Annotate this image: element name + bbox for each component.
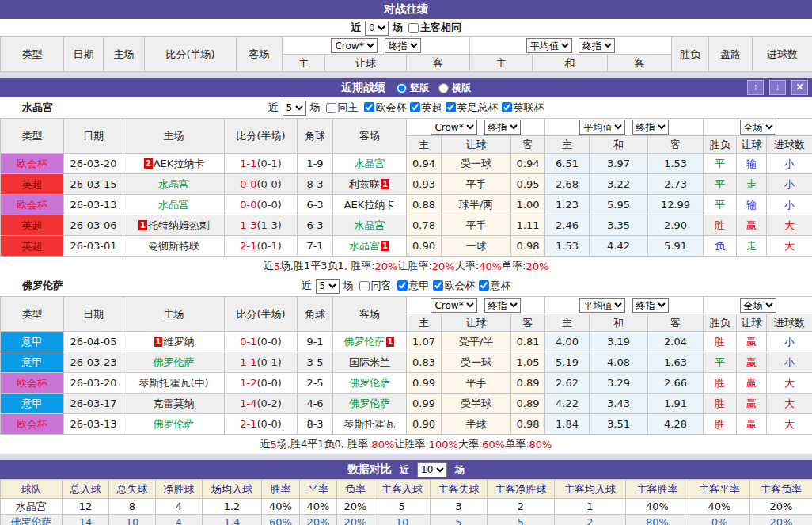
full-match-select[interactable]: 全场 [740, 298, 776, 313]
team-name[interactable]: 托特纳姆热刺 [148, 219, 210, 231]
league-filter-checkbox-label[interactable]: 英超 [407, 101, 442, 115]
league-type-cell[interactable]: 欧会杯 [1, 195, 64, 215]
team-name[interactable]: AEK拉纳卡 [154, 158, 205, 169]
same-home-away-checkbox[interactable] [408, 23, 419, 33]
bookmaker-select[interactable]: Crow* [431, 298, 477, 313]
bookmaker-select[interactable]: Crow* [431, 120, 477, 135]
team-cell[interactable]: 水晶宫 [123, 195, 225, 215]
team-cell[interactable]: 佛罗伦萨 [333, 394, 407, 414]
score-cell[interactable]: 1-3(1-3) [225, 215, 298, 236]
team-name[interactable]: AEK拉纳卡 [344, 199, 396, 211]
same-home-away-checkbox-label[interactable]: 主客相同 [405, 21, 461, 35]
h2h-count-select[interactable]: 0 [365, 21, 389, 36]
team-name[interactable]: 琴斯托霍瓦 [344, 418, 396, 430]
team-name[interactable]: 水晶宫 [158, 199, 189, 211]
team-name[interactable]: 佛罗伦萨 [154, 356, 195, 368]
same-venue-checkbox-label[interactable]: 同客 [356, 279, 392, 293]
team-name[interactable]: 佛罗伦萨 [344, 336, 385, 348]
league-filter-checkbox[interactable] [397, 280, 408, 291]
team-cell[interactable]: AEK拉纳卡 [333, 195, 407, 215]
league-type-cell[interactable]: 英超 [1, 236, 64, 257]
vertical-layout-radio[interactable] [397, 83, 407, 93]
team-cell[interactable]: 水晶宫1 [333, 236, 407, 257]
comparison-count-select[interactable]: 10 [417, 462, 447, 477]
league-filter-checkbox-label[interactable]: 意杯 [476, 279, 511, 293]
league-type-cell[interactable]: 欧会杯 [1, 414, 64, 435]
league-type-cell[interactable]: 意甲 [1, 394, 64, 414]
score-cell[interactable]: 0-0(0-0) [225, 174, 298, 195]
team-name[interactable]: 水晶宫 [355, 219, 385, 231]
league-filter-checkbox-label[interactable]: 英足总杯 [442, 101, 499, 115]
score-cell[interactable]: 1-4(0-2) [225, 394, 298, 414]
league-filter-checkbox[interactable] [446, 102, 456, 112]
team-cell[interactable]: 水晶宫 [333, 215, 407, 236]
team-name[interactable]: 国际米兰 [349, 356, 390, 368]
final-odds-select-2[interactable]: 终指 [632, 120, 669, 135]
team-cell[interactable]: 琴斯托霍瓦 [333, 414, 407, 435]
team-cell[interactable]: 利兹联1 [333, 174, 407, 195]
team-name[interactable]: 佛罗伦萨 [154, 418, 195, 430]
league-type-cell[interactable]: 欧会杯 [1, 373, 64, 394]
team-name[interactable]: 克雷莫纳 [154, 398, 195, 409]
same-venue-checkbox[interactable] [326, 103, 336, 113]
horizontal-layout-radio-label[interactable]: 横版 [435, 82, 471, 95]
score-cell[interactable]: 1-2(0-0) [225, 373, 298, 394]
league-type-cell[interactable]: 意甲 [1, 332, 64, 352]
final-odds-select-1[interactable]: 终指 [484, 298, 521, 313]
team-cell[interactable]: 水晶宫 [333, 154, 407, 174]
league-type-cell[interactable]: 意甲 [1, 352, 64, 373]
league-filter-checkbox[interactable] [364, 102, 374, 112]
final-odds-select-1[interactable]: 终指 [484, 120, 521, 135]
close-button[interactable]: ✕ [791, 80, 808, 95]
team-name[interactable]: 曼彻斯特联 [148, 240, 199, 252]
team-name[interactable]: 琴斯托霍瓦(中) [138, 377, 208, 389]
team-name[interactable]: 佛罗伦萨 [349, 398, 390, 409]
score-cell[interactable]: 1-1(0-1) [225, 154, 298, 174]
final-odds-select-2[interactable]: 终指 [632, 298, 669, 313]
league-filter-checkbox[interactable] [479, 280, 489, 291]
compare-team-cell[interactable]: 水晶宫 [1, 499, 63, 515]
team-cell[interactable]: 水晶宫 [123, 174, 225, 195]
team-name[interactable]: 水晶宫 [355, 158, 385, 169]
team-cell[interactable]: 1维罗纳 [123, 332, 225, 352]
score-cell[interactable]: 2-1(0-0) [225, 414, 298, 435]
team-count-select[interactable]: 5 [283, 101, 306, 116]
team-cell[interactable]: 琴斯托霍瓦(中) [123, 373, 225, 394]
team-count-select[interactable]: 5 [316, 279, 340, 294]
team-cell[interactable]: 佛罗伦萨1 [333, 332, 407, 352]
score-cell[interactable]: 1-1(0-1) [225, 352, 298, 373]
league-filter-checkbox[interactable] [433, 280, 443, 291]
score-cell[interactable]: 0-0(0-0) [225, 195, 298, 215]
move-up-button[interactable]: ↑ [747, 80, 764, 95]
same-venue-checkbox-label[interactable]: 同主 [323, 101, 359, 115]
score-cell[interactable]: 2-1(0-1) [225, 236, 298, 257]
team-cell[interactable]: 佛罗伦萨 [123, 352, 225, 373]
team-name[interactable]: 水晶宫 [158, 178, 189, 190]
same-venue-checkbox[interactable] [359, 281, 370, 291]
team-cell[interactable]: 2AEK拉纳卡 [123, 154, 225, 174]
score-cell[interactable]: 0-1(0-0) [225, 332, 298, 352]
team-name[interactable]: 维罗纳 [163, 336, 194, 348]
full-match-select[interactable]: 全场 [740, 120, 776, 135]
vertical-layout-radio-label[interactable]: 竖版 [393, 82, 429, 95]
average-select[interactable]: 平均值 [579, 298, 625, 313]
team-cell[interactable]: 佛罗伦萨 [123, 414, 225, 435]
league-filter-checkbox[interactable] [410, 102, 420, 112]
move-down-button[interactable]: ↓ [769, 80, 786, 95]
bookmaker-select[interactable]: Crow* [331, 38, 378, 53]
team-cell[interactable]: 佛罗伦萨 [333, 373, 407, 394]
team-name[interactable]: 水晶宫 [349, 240, 380, 252]
league-filter-checkbox-label[interactable]: 欧会杯 [430, 279, 476, 293]
team-name[interactable]: 佛罗伦萨 [349, 377, 390, 389]
average-select[interactable]: 平均值 [526, 38, 572, 53]
league-filter-checkbox[interactable] [502, 102, 512, 112]
team-cell[interactable]: 1托特纳姆热刺 [123, 215, 225, 236]
final-odds-select-1[interactable]: 终指 [385, 38, 421, 53]
team-cell[interactable]: 曼彻斯特联 [123, 236, 225, 257]
average-select[interactable]: 平均值 [579, 120, 625, 135]
horizontal-layout-radio[interactable] [438, 83, 449, 93]
league-type-cell[interactable]: 英超 [1, 174, 64, 195]
league-filter-checkbox-label[interactable]: 欧会杯 [361, 101, 407, 115]
team-name[interactable]: 利兹联 [349, 178, 380, 190]
team-cell[interactable]: 国际米兰 [333, 352, 407, 373]
